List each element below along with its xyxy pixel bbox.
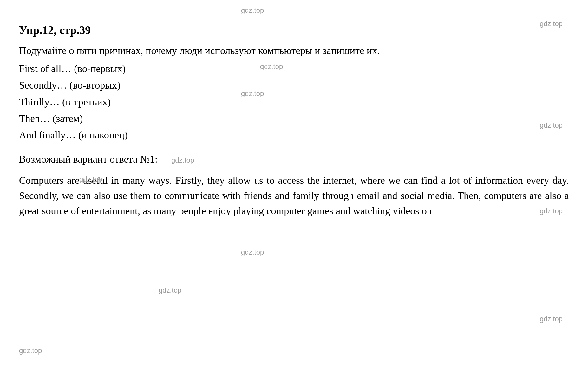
watermark-1: gdz.top bbox=[241, 6, 264, 16]
watermark-11: gdz.top bbox=[540, 314, 563, 324]
list-item: Secondly… (во-вторых) bbox=[19, 78, 569, 92]
list-item: Thirdly… (в-третьих) bbox=[19, 95, 569, 109]
list-item: First of all… (во-первых) bbox=[19, 61, 569, 76]
watermark-12: gdz.top bbox=[19, 346, 42, 356]
watermark-9: gdz.top bbox=[241, 248, 264, 257]
list-item: Then… (затем) bbox=[19, 111, 569, 126]
watermark-5: gdz.top bbox=[540, 121, 563, 130]
watermark-10: gdz.top bbox=[159, 286, 181, 296]
watermark-8: gdz.top bbox=[540, 206, 563, 216]
watermark-6: gdz.top bbox=[171, 156, 194, 165]
watermark-7: gdz.top bbox=[79, 175, 102, 184]
watermark-3: gdz.top bbox=[260, 62, 283, 72]
exercise-title: Упр.12, стр.39 bbox=[19, 22, 569, 38]
watermark-4: gdz.top bbox=[241, 89, 264, 99]
watermark-2: gdz.top bbox=[540, 19, 563, 29]
russian-intro: Подумайте о пяти причинах, почему люди и… bbox=[19, 43, 569, 58]
items-list: First of all… (во-первых) Secondly… (во-… bbox=[19, 61, 569, 143]
answer-header: Возможный вариант ответа №1: bbox=[19, 152, 569, 166]
list-item: And finally… (и наконец) bbox=[19, 128, 569, 142]
